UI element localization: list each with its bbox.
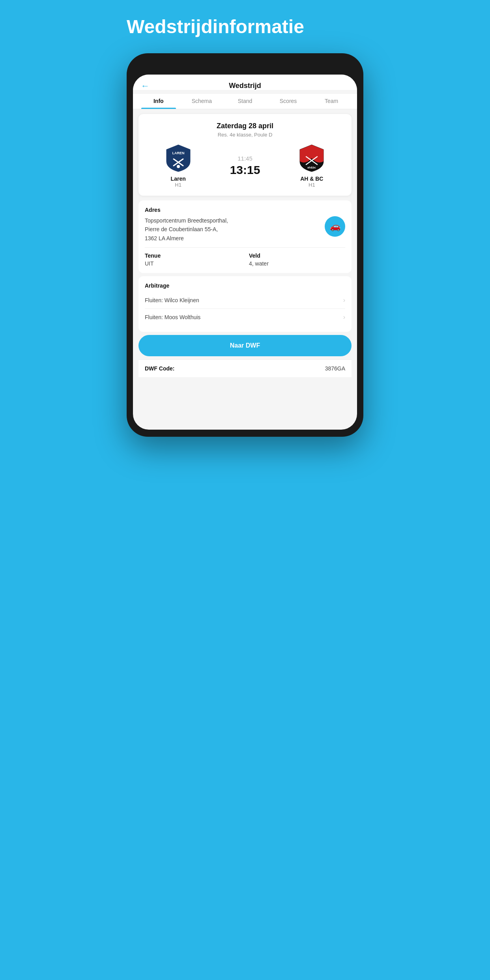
details-row: Tenue UIT Veld 4, water bbox=[145, 252, 345, 267]
home-team-name: Laren bbox=[171, 176, 186, 182]
chevron-right-icon-1: › bbox=[343, 297, 345, 304]
dwf-button[interactable]: Naar DWF bbox=[138, 335, 352, 356]
veld-value: 4, water bbox=[249, 260, 345, 267]
page-title: Wedstrijdinformatie bbox=[123, 16, 367, 37]
tenue-block: Tenue UIT bbox=[145, 252, 241, 267]
dwf-section: Naar DWF bbox=[138, 335, 352, 356]
address-section: Adres Topsportcentrum Breedtesporthal, P… bbox=[138, 200, 352, 273]
tenue-value: UIT bbox=[145, 260, 241, 267]
veld-label: Veld bbox=[249, 252, 345, 259]
svg-text:LAREN: LAREN bbox=[172, 151, 184, 155]
tab-team[interactable]: Team bbox=[310, 94, 353, 109]
navigation-button[interactable]: 🚗 bbox=[325, 216, 345, 237]
score-time: 11:45 bbox=[238, 155, 252, 162]
match-teams: LAREN Laren H1 11:45 13:15 bbox=[145, 144, 345, 188]
divider bbox=[145, 247, 345, 248]
car-icon: 🚗 bbox=[330, 221, 340, 232]
away-team-block: ah&bc AH & BC H1 bbox=[279, 144, 345, 188]
tab-schema[interactable]: Schema bbox=[180, 94, 224, 109]
svg-point-3 bbox=[177, 165, 180, 168]
phone-shell: ← Wedstrijd Info Schema Stand Scores Tea… bbox=[127, 53, 363, 437]
away-team-name: AH & BC bbox=[300, 176, 323, 182]
arbitrage-row-2[interactable]: Fluiten: Moos Wolthuis › bbox=[145, 309, 345, 325]
dwf-code-label: DWF Code: bbox=[145, 365, 174, 372]
screen-title: Wedstrijd bbox=[229, 82, 261, 90]
app-header: ← Wedstrijd bbox=[133, 75, 357, 90]
address-row: Topsportcentrum Breedtesporthal, Pierre … bbox=[145, 216, 345, 243]
tab-bar: Info Schema Stand Scores Team bbox=[133, 94, 357, 109]
arbitrage-section: Arbitrage Fluiten: Wilco Kleijnen › Flui… bbox=[138, 276, 352, 332]
arbitrage-label: Arbitrage bbox=[145, 282, 345, 289]
address-text: Topsportcentrum Breedtesporthal, Pierre … bbox=[145, 216, 320, 243]
score-main: 13:15 bbox=[230, 163, 260, 177]
away-team-logo: ah&bc bbox=[299, 144, 324, 172]
chevron-right-icon-2: › bbox=[343, 314, 345, 321]
home-team-sub: H1 bbox=[175, 182, 181, 188]
tab-info[interactable]: Info bbox=[137, 94, 180, 109]
score-block: 11:45 13:15 bbox=[211, 155, 278, 177]
address-label: Adres bbox=[145, 207, 345, 213]
phone-notch bbox=[221, 60, 269, 71]
match-card: Zaterdag 28 april Res. 4e klasse, Poule … bbox=[138, 114, 352, 196]
arbitrage-text-2: Fluiten: Moos Wolthuis bbox=[145, 314, 200, 320]
tab-scores[interactable]: Scores bbox=[267, 94, 310, 109]
dwf-code-value: 3876GA bbox=[325, 365, 345, 372]
phone-screen: ← Wedstrijd Info Schema Stand Scores Tea… bbox=[133, 75, 357, 430]
back-button[interactable]: ← bbox=[141, 81, 150, 91]
arbitrage-row-1[interactable]: Fluiten: Wilco Kleijnen › bbox=[145, 292, 345, 309]
home-team-block: LAREN Laren H1 bbox=[145, 144, 211, 188]
match-class: Res. 4e klasse, Poule D bbox=[145, 132, 345, 138]
tab-stand[interactable]: Stand bbox=[223, 94, 267, 109]
dwf-code-row: DWF Code: 3876GA bbox=[138, 359, 352, 377]
svg-text:ah&bc: ah&bc bbox=[308, 166, 316, 169]
home-team-logo: LAREN bbox=[166, 144, 191, 172]
match-date: Zaterdag 28 april bbox=[145, 122, 345, 130]
arbitrage-text-1: Fluiten: Wilco Kleijnen bbox=[145, 297, 199, 303]
tenue-label: Tenue bbox=[145, 252, 241, 259]
veld-block: Veld 4, water bbox=[249, 252, 345, 267]
away-team-sub: H1 bbox=[309, 182, 315, 188]
